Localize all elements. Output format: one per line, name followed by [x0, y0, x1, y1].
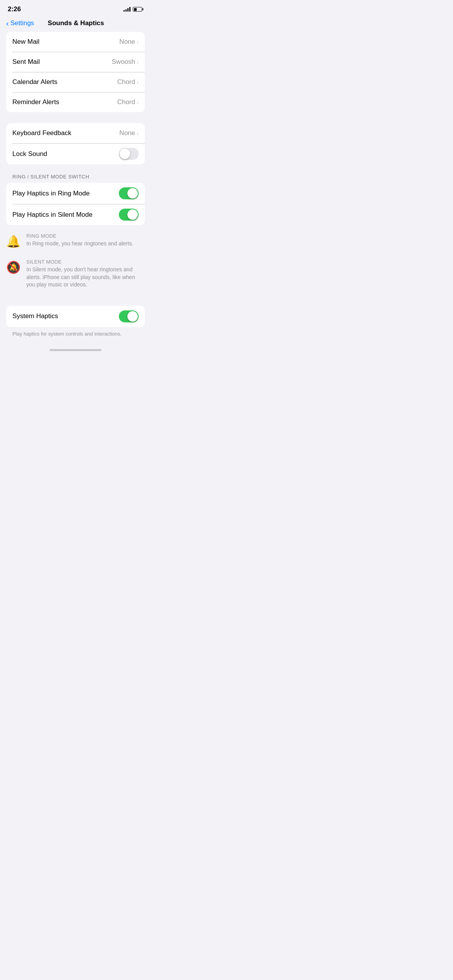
chevron-right-icon: ›	[137, 99, 139, 106]
silent-mode-desc: In Silent mode, you don't hear ringtones…	[26, 266, 145, 289]
page-title: Sounds & Haptics	[34, 19, 145, 27]
keyboard-feedback-value: None ›	[119, 129, 139, 137]
toggle-knob	[127, 188, 138, 199]
ring-silent-section-label: RING / SILENT MODE SWITCH	[0, 171, 151, 183]
play-haptics-silent-toggle[interactable]	[119, 209, 139, 221]
sent-mail-value: Swoosh ›	[112, 58, 139, 66]
play-haptics-silent-row[interactable]: Play Haptics in Silent Mode	[6, 204, 145, 225]
keyboard-feedback-group: Keyboard Feedback None › Lock Sound	[6, 123, 145, 164]
back-label: Settings	[10, 19, 34, 27]
nav-bar: ‹ Settings Sounds & Haptics	[0, 16, 151, 32]
battery-icon	[133, 7, 143, 12]
ring-mode-desc: In Ring mode, you hear ringtones and ale…	[26, 240, 145, 248]
lock-sound-row[interactable]: Lock Sound	[6, 143, 145, 164]
play-haptics-ring-toggle[interactable]	[119, 187, 139, 199]
sent-mail-row[interactable]: Sent Mail Swoosh ›	[6, 52, 145, 72]
home-bar	[50, 349, 101, 351]
signal-bars-icon	[124, 7, 130, 12]
new-mail-row[interactable]: New Mail None ›	[6, 32, 145, 52]
sent-mail-label: Sent Mail	[12, 58, 40, 66]
status-icons	[124, 7, 143, 12]
reminder-alerts-row[interactable]: Reminder Alerts Chord ›	[6, 92, 145, 112]
system-haptics-label: System Haptics	[12, 312, 58, 320]
chevron-right-icon: ›	[137, 39, 139, 45]
keyboard-feedback-label: Keyboard Feedback	[12, 129, 71, 137]
system-haptics-desc: Play haptics for system controls and int…	[0, 329, 151, 343]
toggle-knob	[127, 311, 138, 322]
new-mail-value: None ›	[119, 38, 139, 46]
bell-slash-icon: 🔕	[6, 260, 20, 274]
status-time: 2:26	[8, 5, 21, 13]
toggle-knob	[127, 209, 138, 220]
silent-mode-title: SILENT MODE	[26, 259, 145, 265]
status-bar: 2:26	[0, 0, 151, 16]
home-indicator	[0, 343, 151, 354]
play-haptics-ring-label: Play Haptics in Ring Mode	[12, 190, 89, 197]
calendar-alerts-value: Chord ›	[117, 78, 139, 86]
ring-mode-info: 🔔 RING MODE In Ring mode, you hear ringt…	[0, 228, 151, 254]
reminder-alerts-value: Chord ›	[117, 98, 139, 106]
lock-sound-label: Lock Sound	[12, 150, 47, 158]
keyboard-feedback-row[interactable]: Keyboard Feedback None ›	[6, 123, 145, 143]
chevron-right-icon: ›	[137, 59, 139, 65]
content: New Mail None › Sent Mail Swoosh › Calen…	[0, 32, 151, 354]
ring-mode-title: RING MODE	[26, 233, 145, 239]
silent-mode-info: 🔕 SILENT MODE In Silent mode, you don't …	[0, 254, 151, 295]
chevron-left-icon: ‹	[6, 19, 9, 27]
reminder-alerts-label: Reminder Alerts	[12, 98, 59, 106]
system-haptics-row[interactable]: System Haptics	[6, 306, 145, 327]
toggle-knob	[120, 149, 130, 159]
play-haptics-ring-row[interactable]: Play Haptics in Ring Mode	[6, 183, 145, 204]
ring-silent-group: Play Haptics in Ring Mode Play Haptics i…	[6, 183, 145, 225]
play-haptics-silent-label: Play Haptics in Silent Mode	[12, 211, 93, 219]
sound-alerts-group: New Mail None › Sent Mail Swoosh › Calen…	[6, 32, 145, 112]
system-haptics-group: System Haptics	[6, 306, 145, 327]
chevron-right-icon: ›	[137, 79, 139, 86]
system-haptics-toggle[interactable]	[119, 310, 139, 322]
bell-icon: 🔔	[6, 235, 20, 248]
new-mail-label: New Mail	[12, 38, 39, 46]
chevron-right-icon: ›	[137, 130, 139, 137]
calendar-alerts-label: Calendar Alerts	[12, 78, 57, 86]
back-button[interactable]: ‹ Settings	[6, 19, 34, 27]
lock-sound-toggle[interactable]	[119, 148, 139, 160]
calendar-alerts-row[interactable]: Calendar Alerts Chord ›	[6, 72, 145, 92]
